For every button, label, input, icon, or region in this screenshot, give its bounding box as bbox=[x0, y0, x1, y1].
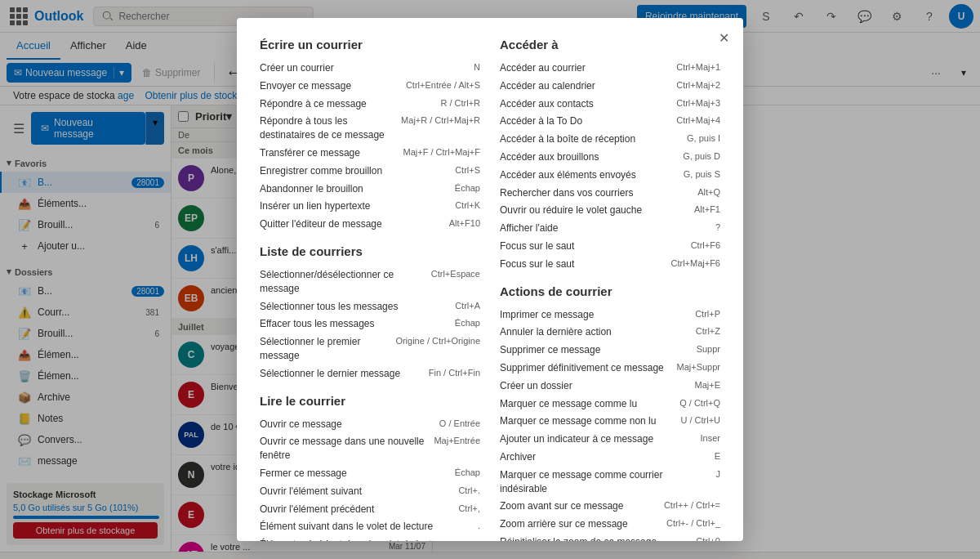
shortcut-item: Focus sur le saut Ctrl+F6 bbox=[500, 239, 720, 253]
shortcut-item: Afficher l'aide ? bbox=[500, 221, 720, 235]
shortcut-item: Accéder à la To Do Ctrl+Maj+4 bbox=[500, 114, 720, 128]
shortcut-item: Accéder au calendrier Ctrl+Maj+2 bbox=[500, 79, 720, 93]
shortcut-item: Supprimer ce message Suppr bbox=[500, 343, 720, 357]
shortcut-item: Imprimer ce message Ctrl+P bbox=[500, 308, 720, 322]
section-actions: Actions de courrier Imprimer ce message … bbox=[500, 284, 720, 541]
shortcut-item: Sélectionner tous les messages Ctrl+A bbox=[260, 300, 480, 314]
section-liste: Liste de courriers Sélectionner/désélect… bbox=[260, 244, 480, 381]
modal-content: Écrire un courrier Créer un courrier N E… bbox=[260, 38, 720, 541]
shortcut-item: Ouvrir l'élément suivant Ctrl+. bbox=[260, 485, 480, 499]
shortcut-item: Accéder aux brouillons G, puis D bbox=[500, 150, 720, 164]
section-ecrire-title: Écrire un courrier bbox=[260, 38, 480, 51]
shortcut-item: Ouvrir ce message dans une nouvelle fenê… bbox=[260, 435, 480, 463]
shortcut-item: Accéder au courrier Ctrl+Maj+1 bbox=[500, 61, 720, 75]
shortcut-item: Ouvrir l'élément précédent Ctrl+, bbox=[260, 503, 480, 517]
shortcut-item: Créer un courrier N bbox=[260, 61, 480, 75]
shortcut-item: Supprimer définitivement ce message Maj+… bbox=[500, 361, 720, 375]
shortcut-item: Zoom avant sur ce message Ctrl++ / Ctrl+… bbox=[500, 499, 720, 513]
shortcut-item: Élément précédent dans le volet de lectu… bbox=[260, 538, 480, 541]
shortcut-item: Annuler la dernière action Ctrl+Z bbox=[500, 325, 720, 339]
shortcut-item: Ajouter un indicateur à ce message Inser bbox=[500, 432, 720, 446]
shortcut-item: Accéder aux éléments envoyés G, puis S bbox=[500, 168, 720, 182]
section-lire: Lire le courrier Ouvrir ce message O / E… bbox=[260, 394, 480, 541]
shortcut-item: Fermer ce message Échap bbox=[260, 467, 480, 481]
shortcut-item: Transférer ce message Maj+F / Ctrl+Maj+F bbox=[260, 146, 480, 160]
section-lire-title: Lire le courrier bbox=[260, 394, 480, 408]
section-ecrire: Écrire un courrier Créer un courrier N E… bbox=[260, 38, 480, 231]
shortcut-item: Marquer ce message comme courrier indési… bbox=[500, 468, 720, 496]
modal-right-col: Accéder à Accéder au courrier Ctrl+Maj+1… bbox=[500, 38, 720, 541]
modal-overlay: ✕ Écrire un courrier Créer un courrier N… bbox=[0, 0, 980, 559]
shortcut-item: Insérer un lien hypertexte Ctrl+K bbox=[260, 199, 480, 213]
shortcut-item: Zoom arrière sur ce message Ctrl+- / Ctr… bbox=[500, 517, 720, 531]
shortcut-item: Quitter l'éditeur de message Alt+F10 bbox=[260, 217, 480, 231]
shortcut-item: Sélectionner le dernier message Fin / Ct… bbox=[260, 367, 480, 381]
shortcut-item: Ouvrir ce message O / Entrée bbox=[260, 418, 480, 432]
shortcut-item: Accéder à la boîte de réception G, puis … bbox=[500, 132, 720, 146]
modal-left-col: Écrire un courrier Créer un courrier N E… bbox=[260, 38, 480, 541]
shortcut-item: Archiver E bbox=[500, 450, 720, 464]
shortcut-item: Réinitialiser le zoom de ce message Ctrl… bbox=[500, 535, 720, 541]
shortcuts-modal: ✕ Écrire un courrier Créer un courrier N… bbox=[237, 18, 743, 541]
section-actions-title: Actions de courrier bbox=[500, 284, 720, 298]
section-liste-title: Liste de courriers bbox=[260, 244, 480, 258]
shortcut-item: Créer un dossier Maj+E bbox=[500, 379, 720, 393]
shortcut-item: Marquer ce message comme non lu U / Ctrl… bbox=[500, 414, 720, 428]
shortcut-item: Abandonner le brouillon Échap bbox=[260, 182, 480, 196]
shortcut-item: Enregistrer comme brouillon Ctrl+S bbox=[260, 164, 480, 178]
shortcut-item: Répondre à tous les destinataires de ce … bbox=[260, 114, 480, 142]
section-acceder: Accéder à Accéder au courrier Ctrl+Maj+1… bbox=[500, 38, 720, 271]
shortcut-item: Effacer tous les messages Échap bbox=[260, 317, 480, 331]
shortcut-item: Sélectionner/désélectionner ce message C… bbox=[260, 268, 480, 296]
shortcut-item: Sélectionner le premier message Origine … bbox=[260, 335, 480, 363]
section-acceder-title: Accéder à bbox=[500, 38, 720, 51]
modal-close-button[interactable]: ✕ bbox=[714, 28, 733, 47]
shortcut-item: Ouvrir ou réduire le volet gauche Alt+F1 bbox=[500, 203, 720, 217]
shortcut-item: Accéder aux contacts Ctrl+Maj+3 bbox=[500, 97, 720, 111]
shortcut-item: Répondre à ce message R / Ctrl+R bbox=[260, 97, 480, 111]
shortcut-item: Élément suivant dans le volet de lecture… bbox=[260, 520, 480, 534]
shortcut-item: Rechercher dans vos courriers Alt+Q bbox=[500, 186, 720, 200]
shortcut-item: Envoyer ce message Ctrl+Entrée / Alt+S bbox=[260, 79, 480, 93]
shortcut-item: Marquer ce message comme lu Q / Ctrl+Q bbox=[500, 397, 720, 411]
shortcut-item: Focus sur le saut Ctrl+Maj+F6 bbox=[500, 257, 720, 271]
